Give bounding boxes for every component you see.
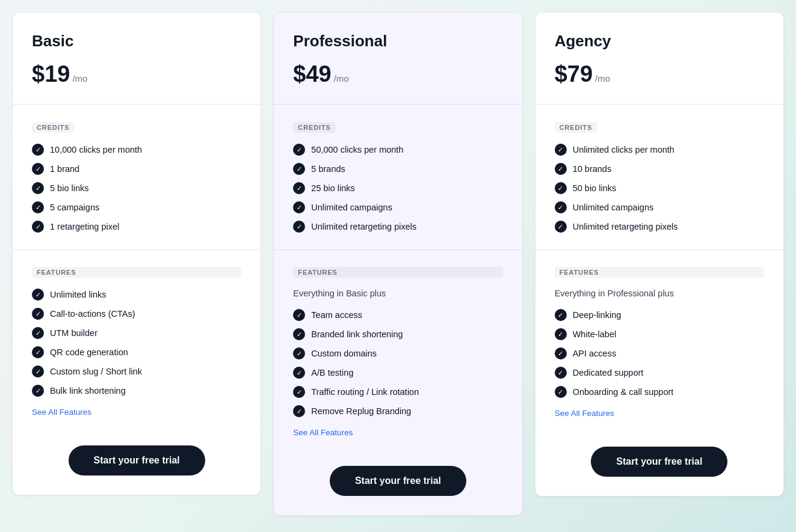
credits-section-professional: CREDITS✓50,000 clicks per month✓5 brands…: [274, 105, 522, 250]
feature-text: Call-to-actions (CTAs): [50, 309, 135, 319]
price-row-agency: $79/mo: [555, 61, 764, 87]
feature-text: Onboarding & call support: [573, 387, 674, 397]
check-icon: ✓: [555, 201, 567, 213]
check-icon: ✓: [293, 201, 305, 213]
feature-text: Team access: [311, 310, 362, 320]
pricing-card-agency: Agency$79/moCREDITS✓Unlimited clicks per…: [535, 12, 784, 497]
feature-text: Custom slug / Short link: [50, 367, 142, 376]
cta-button-basic[interactable]: Start your free trial: [69, 445, 205, 475]
list-item: ✓Unlimited clicks per month: [555, 144, 764, 156]
check-icon: ✓: [32, 385, 44, 397]
feature-text: Unlimited retargeting pixels: [311, 222, 416, 231]
list-item: ✓Branded link shortening: [293, 328, 502, 340]
features-label-basic: FEATURES: [32, 267, 241, 278]
feature-text: White-label: [573, 329, 617, 339]
credits-section-agency: CREDITS✓Unlimited clicks per month✓10 br…: [535, 105, 783, 250]
list-item: ✓Custom domains: [293, 347, 502, 359]
features-label-agency: FEATURES: [555, 267, 764, 278]
list-item: ✓Call-to-actions (CTAs): [32, 308, 241, 320]
feature-text: Bulk link shortening: [50, 386, 126, 396]
list-item: ✓Unlimited retargeting pixels: [555, 221, 764, 233]
list-item: ✓50 bio links: [555, 182, 764, 194]
plan-name-basic: Basic: [32, 32, 241, 50]
check-icon: ✓: [293, 405, 305, 417]
credits-list-basic: ✓10,000 clicks per month✓1 brand✓5 bio l…: [32, 144, 241, 233]
check-icon: ✓: [32, 163, 44, 175]
see-all-link-professional[interactable]: See All Features: [293, 417, 502, 437]
feature-text: 1 retargeting pixel: [50, 222, 119, 231]
list-item: ✓Unlimited retargeting pixels: [293, 221, 502, 233]
check-icon: ✓: [555, 144, 567, 156]
feature-text: Unlimited campaigns: [573, 203, 654, 212]
price-amount-agency: $79: [555, 61, 593, 87]
price-amount-basic: $19: [32, 61, 70, 87]
check-icon: ✓: [555, 347, 567, 359]
see-all-link-agency[interactable]: See All Features: [555, 398, 764, 418]
pricing-card-professional: Professional$49/moCREDITS✓50,000 clicks …: [273, 12, 522, 516]
check-icon: ✓: [293, 182, 305, 194]
feature-text: 10,000 clicks per month: [50, 145, 142, 154]
check-icon: ✓: [293, 367, 305, 379]
feature-text: 1 brand: [50, 164, 79, 174]
price-amount-professional: $49: [293, 61, 331, 87]
list-item: ✓Custom slug / Short link: [32, 365, 241, 378]
feature-text: 5 campaigns: [50, 203, 99, 212]
check-icon: ✓: [32, 182, 44, 194]
check-icon: ✓: [32, 308, 44, 320]
cta-button-professional[interactable]: Start your free trial: [330, 466, 466, 496]
check-icon: ✓: [32, 327, 44, 339]
list-item: ✓5 campaigns: [32, 201, 241, 213]
list-item: ✓10,000 clicks per month: [32, 144, 241, 156]
feature-text: 10 brands: [573, 164, 612, 174]
feature-text: Unlimited clicks per month: [573, 145, 674, 154]
feature-text: Unlimited links: [50, 290, 106, 299]
feature-text: Traffic routing / Link rotation: [311, 387, 419, 397]
check-icon: ✓: [32, 346, 44, 358]
list-item: ✓Remove Replug Branding: [293, 405, 502, 417]
plan-name-professional: Professional: [293, 32, 502, 50]
feature-text: 5 bio links: [50, 183, 88, 193]
feature-text: Unlimited retargeting pixels: [573, 222, 678, 231]
feature-text: A/B testing: [311, 368, 353, 378]
feature-text: Dedicated support: [573, 368, 644, 378]
list-item: ✓Unlimited campaigns: [293, 201, 502, 213]
credits-list-agency: ✓Unlimited clicks per month✓10 brands✓50…: [555, 144, 764, 233]
pricing-card-basic: Basic$19/moCREDITS✓10,000 clicks per mon…: [12, 12, 261, 495]
check-icon: ✓: [555, 328, 567, 340]
check-icon: ✓: [555, 367, 567, 379]
credits-section-basic: CREDITS✓10,000 clicks per month✓1 brand✓…: [13, 105, 261, 250]
cta-section-agency: Start your free trial: [535, 435, 783, 496]
feature-text: 25 bio links: [311, 183, 355, 193]
cta-button-agency[interactable]: Start your free trial: [591, 447, 727, 477]
list-item: ✓Bulk link shortening: [32, 385, 241, 397]
credits-label-agency: CREDITS: [555, 122, 597, 133]
feature-text: Remove Replug Branding: [311, 406, 411, 416]
price-period-basic: /mo: [72, 73, 87, 84]
check-icon: ✓: [293, 163, 305, 175]
check-icon: ✓: [555, 182, 567, 194]
features-section-agency: FEATURESEverything in Professional plus✓…: [535, 250, 783, 435]
cta-section-basic: Start your free trial: [13, 433, 261, 495]
check-icon: ✓: [555, 386, 567, 398]
feature-text: API access: [573, 349, 617, 358]
plan-name-agency: Agency: [555, 32, 764, 50]
check-icon: ✓: [293, 386, 305, 398]
features-section-basic: FEATURES✓Unlimited links✓Call-to-actions…: [13, 250, 261, 433]
features-intro-agency: Everything in Professional plus: [555, 289, 764, 298]
features-list-basic: ✓Unlimited links✓Call-to-actions (CTAs)✓…: [32, 289, 241, 397]
check-icon: ✓: [32, 144, 44, 156]
list-item: ✓QR code generation: [32, 346, 241, 358]
check-icon: ✓: [293, 221, 305, 233]
list-item: ✓White-label: [555, 328, 764, 340]
price-period-professional: /mo: [334, 73, 349, 84]
list-item: ✓5 brands: [293, 163, 502, 175]
check-icon: ✓: [293, 309, 305, 321]
check-icon: ✓: [32, 221, 44, 233]
see-all-link-basic[interactable]: See All Features: [32, 397, 241, 417]
list-item: ✓A/B testing: [293, 367, 502, 379]
price-row-professional: $49/mo: [293, 61, 502, 87]
feature-text: Custom domains: [311, 349, 377, 358]
price-period-agency: /mo: [595, 73, 610, 84]
list-item: ✓Traffic routing / Link rotation: [293, 386, 502, 398]
feature-text: 50,000 clicks per month: [311, 145, 403, 154]
